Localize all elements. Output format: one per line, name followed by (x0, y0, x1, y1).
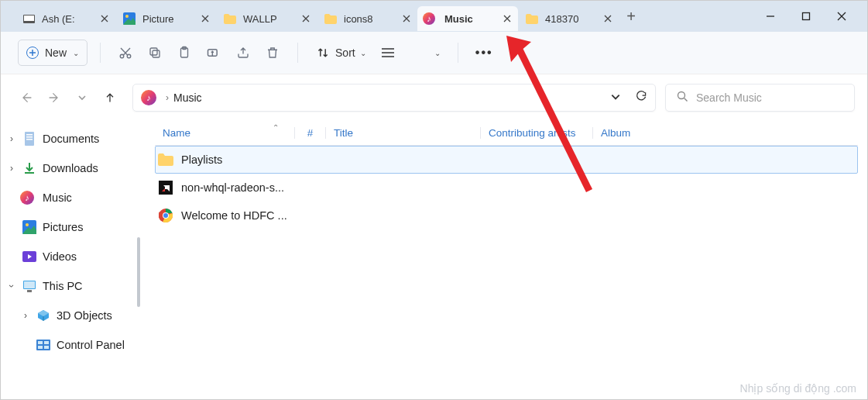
forward-button[interactable] (46, 91, 63, 104)
chevron-down-icon: ⌄ (73, 49, 79, 57)
tab-label: WALLP (243, 13, 293, 25)
chevron-right-icon[interactable]: › (7, 163, 16, 174)
chevron-down-icon: ⌄ (360, 49, 366, 57)
tab-picture[interactable]: Picture (115, 6, 216, 31)
close-icon[interactable] (602, 14, 612, 24)
view-button[interactable]: View ⌄ (376, 40, 445, 66)
sort-indicator-icon: ⌃ (273, 123, 279, 132)
window-controls (753, 1, 859, 32)
svg-rect-24 (38, 341, 43, 344)
copy-button[interactable] (142, 40, 167, 66)
sidebar-label: Documents (43, 133, 99, 145)
chevron-right-icon[interactable]: › (21, 310, 30, 321)
search-input[interactable] (696, 91, 843, 104)
more-button[interactable]: ••• (471, 40, 498, 66)
breadcrumb-chevron-icon: › (166, 92, 169, 103)
toolbar: New ⌄ Sort ⌄ View ⌄ ••• (1, 32, 867, 74)
tab-label: 418370 (545, 13, 595, 25)
delete-button[interactable] (260, 40, 285, 66)
sidebar: › Documents › Downloads ♪ Music Pictures… (1, 121, 140, 400)
nav-row: ♪ › Music (1, 74, 867, 121)
picture-icon (22, 219, 37, 235)
file-row[interactable]: Welcome to HDFC ... (155, 202, 858, 229)
more-icon: ••• (475, 46, 493, 60)
file-name: Welcome to HDFC ... (181, 209, 287, 222)
column-title[interactable]: Title (325, 127, 480, 139)
sidebar-item-music[interactable]: ♪ Music (4, 183, 140, 212)
scissors-icon (118, 45, 133, 60)
search-box[interactable] (665, 84, 855, 112)
svg-rect-21 (24, 281, 35, 288)
svg-point-6 (127, 54, 131, 58)
close-icon[interactable] (99, 14, 109, 24)
watermark: Nhịp sống di động .com (740, 382, 856, 395)
tab-music[interactable]: ♪ Music (417, 6, 518, 31)
control-panel-icon (36, 337, 51, 353)
rename-button[interactable] (201, 40, 226, 66)
sidebar-item-videos[interactable]: Videos (4, 242, 140, 271)
sidebar-label: 3D Objects (57, 309, 112, 322)
column-number[interactable]: # (294, 127, 325, 139)
folder-icon (324, 12, 337, 25)
chevron-right-icon[interactable]: › (7, 133, 16, 144)
tab-label: icons8 (344, 13, 394, 25)
new-button[interactable]: New ⌄ (18, 40, 87, 66)
pc-icon (22, 278, 37, 294)
svg-point-18 (26, 223, 29, 226)
recent-button[interactable] (74, 94, 91, 102)
tab-icons8[interactable]: icons8 (317, 6, 417, 31)
sidebar-label: Music (43, 191, 72, 204)
sidebar-item-downloads[interactable]: › Downloads (4, 153, 140, 183)
up-button[interactable] (101, 91, 118, 104)
minimize-button[interactable] (753, 1, 788, 32)
column-headers: Name⌃ # Title Contributing artists Album (155, 121, 858, 146)
sidebar-item-pictures[interactable]: Pictures (4, 212, 140, 242)
sort-button[interactable]: Sort ⌄ (310, 40, 371, 66)
refresh-button[interactable] (635, 90, 647, 105)
maximize-button[interactable] (788, 1, 824, 32)
close-icon[interactable] (502, 14, 512, 24)
close-window-button[interactable] (824, 1, 859, 32)
cube-icon (36, 308, 51, 323)
svg-rect-26 (38, 346, 43, 349)
chevron-down-icon[interactable]: › (6, 281, 17, 291)
paste-button[interactable] (172, 40, 197, 66)
tab-label: Ash (E: (42, 13, 92, 25)
column-name[interactable]: Name⌃ (155, 127, 294, 139)
tab-418370[interactable]: 418370 (518, 6, 619, 31)
column-album[interactable]: Album (592, 127, 724, 139)
sidebar-item-this-pc[interactable]: › This PC (4, 271, 140, 301)
close-icon[interactable] (200, 14, 210, 24)
tab-ash[interactable]: Ash (E: (15, 6, 115, 31)
folder-icon (224, 12, 236, 25)
file-row[interactable]: Playlists (155, 146, 858, 174)
picture-icon (123, 12, 136, 25)
sidebar-label: Control Panel (57, 339, 125, 351)
sidebar-item-control-panel[interactable]: Control Panel (4, 330, 140, 360)
music-icon: ♪ (425, 12, 437, 25)
back-button[interactable] (18, 91, 35, 104)
folder-icon (526, 12, 538, 25)
sidebar-item-3d-objects[interactable]: › 3D Objects (4, 301, 140, 330)
tab-label: Music (444, 13, 495, 25)
download-icon (22, 160, 37, 176)
file-row[interactable]: non-whql-radeon-s... (155, 174, 858, 202)
close-icon[interactable] (300, 14, 310, 24)
sidebar-scrollbar[interactable] (132, 121, 140, 400)
new-tab-button[interactable]: + (619, 8, 643, 26)
breadcrumb-location[interactable]: Music (173, 91, 202, 104)
rename-icon (206, 45, 221, 60)
tab-wallp[interactable]: WALLP (216, 6, 317, 31)
sidebar-item-documents[interactable]: › Documents (4, 124, 140, 153)
address-bar[interactable]: ♪ › Music (132, 84, 656, 112)
share-button[interactable] (231, 40, 256, 66)
close-icon[interactable] (401, 14, 411, 24)
cut-button[interactable] (113, 40, 138, 66)
copy-icon (147, 45, 163, 60)
svg-point-3 (125, 15, 129, 18)
column-contributing-artists[interactable]: Contributing artists (480, 127, 592, 139)
address-dropdown-button[interactable] (610, 90, 621, 105)
file-name: non-whql-radeon-s... (181, 181, 284, 194)
share-icon (235, 45, 251, 60)
svg-point-31 (163, 213, 168, 218)
